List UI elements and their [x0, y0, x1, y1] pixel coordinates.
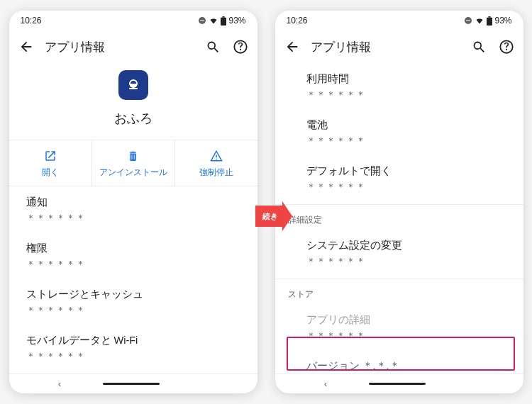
item-title: デフォルトで開く: [306, 164, 506, 178]
open-button[interactable]: 開く: [9, 140, 92, 186]
item-sub: ＊＊＊＊＊＊: [26, 304, 240, 317]
open-icon: [44, 149, 57, 163]
item-title: 通知: [26, 196, 240, 209]
trash-icon: [127, 149, 139, 163]
nav-home-pill[interactable]: [369, 383, 426, 386]
dnd-icon: [198, 16, 206, 25]
phone-left: 10:26 93% アプリ情報: [9, 11, 257, 393]
svg-rect-10: [466, 21, 470, 21]
list-item[interactable]: 通知 ＊＊＊＊＊＊: [9, 186, 257, 232]
svg-rect-12: [489, 16, 491, 18]
svg-rect-2: [221, 17, 226, 25]
continue-arrow: 続き: [255, 206, 282, 227]
svg-rect-11: [487, 17, 492, 25]
force-stop-button[interactable]: 強制停止: [175, 140, 257, 186]
divider: [275, 204, 523, 205]
status-icons: 93%: [464, 16, 511, 26]
item-title: システム設定の変更: [306, 239, 506, 252]
app-bar: アプリ情報: [9, 30, 257, 63]
open-label: 開く: [42, 167, 59, 179]
svg-rect-8: [216, 159, 217, 160]
item-sub: ＊＊＊＊＊＊: [306, 330, 506, 342]
nav-back-icon[interactable]: ‹: [58, 378, 61, 389]
battery-pct: 93%: [228, 16, 245, 26]
battery-pct: 93%: [494, 16, 511, 26]
svg-rect-6: [129, 88, 138, 89]
search-button[interactable]: [471, 38, 488, 55]
list-item[interactable]: アプリの詳細 ＊＊＊＊＊＊: [275, 304, 523, 350]
item-sub: ＊＊＊＊＊＊: [306, 135, 506, 147]
settings-list: 利用時間 ＊＊＊＊＊＊ 電池 ＊＊＊＊＊＊ デフォルトで開く ＊＊＊＊＊＊ 詳細…: [275, 63, 523, 374]
item-title: アプリの詳細: [306, 313, 506, 327]
svg-rect-7: [216, 155, 217, 158]
item-sub: ＊＊＊＊＊＊: [26, 350, 240, 363]
status-bar: 10:26 93%: [9, 11, 257, 30]
app-icon: [118, 70, 148, 100]
status-time: 10:26: [21, 16, 42, 26]
nav-bar: ‹: [275, 374, 523, 393]
nav-bar: ‹: [9, 374, 257, 393]
list-item[interactable]: 権限 ＊＊＊＊＊＊: [9, 232, 257, 279]
divider: [275, 279, 523, 279]
item-sub: ＊＊＊＊＊＊: [306, 89, 506, 101]
list-item[interactable]: ストレージとキャッシュ ＊＊＊＊＊＊: [9, 279, 257, 325]
search-button[interactable]: [205, 38, 222, 55]
section-store: ストア: [275, 282, 523, 304]
back-button[interactable]: [284, 38, 301, 55]
phone-right: 10:26 93% アプリ情報 利用時間: [275, 11, 523, 393]
list-item-version[interactable]: バージョン ＊.＊.＊: [275, 350, 523, 374]
item-title: バージョン ＊.＊.＊: [306, 359, 506, 373]
nav-back-icon[interactable]: ‹: [324, 378, 327, 389]
app-bar-title: アプリ情報: [45, 39, 195, 55]
item-title: モバイルデータと Wi-Fi: [26, 334, 240, 347]
settings-list: 通知 ＊＊＊＊＊＊ 権限 ＊＊＊＊＊＊ ストレージとキャッシュ ＊＊＊＊＊＊ モ…: [9, 186, 257, 374]
back-button[interactable]: [18, 38, 35, 55]
app-header: おふろ: [9, 63, 257, 140]
svg-rect-1: [200, 21, 204, 21]
item-title: ストレージとキャッシュ: [26, 288, 240, 301]
status-bar: 10:26 93%: [275, 11, 523, 30]
item-sub: ＊＊＊＊＊＊: [306, 181, 506, 193]
help-button[interactable]: [498, 38, 515, 55]
section-advanced: 詳細設定: [275, 208, 523, 230]
list-item[interactable]: 利用時間 ＊＊＊＊＊＊: [275, 63, 523, 109]
list-item[interactable]: デフォルトで開く ＊＊＊＊＊＊: [275, 155, 523, 201]
item-sub: ＊＊＊＊＊＊: [26, 258, 240, 271]
list-item[interactable]: モバイルデータと Wi-Fi ＊＊＊＊＊＊: [9, 325, 257, 371]
dnd-icon: [464, 16, 472, 25]
battery-icon: [221, 16, 226, 26]
app-bar: アプリ情報: [275, 30, 523, 63]
action-row: 開く アンインストール 強制停止: [9, 140, 257, 186]
app-bar-title: アプリ情報: [311, 39, 461, 55]
nav-home-pill[interactable]: [103, 383, 160, 386]
status-icons: 93%: [198, 16, 245, 26]
svg-rect-3: [223, 16, 225, 18]
item-title: 電池: [306, 118, 506, 132]
warning-icon: [209, 149, 223, 163]
continue-label: 続き: [262, 211, 278, 222]
item-sub: ＊＊＊＊＊＊: [306, 255, 506, 268]
list-item[interactable]: 電池 ＊＊＊＊＊＊: [275, 109, 523, 155]
item-title: 権限: [26, 242, 240, 255]
force-stop-label: 強制停止: [199, 167, 233, 179]
list-item[interactable]: システム設定の変更 ＊＊＊＊＊＊: [275, 230, 523, 276]
uninstall-button[interactable]: アンインストール: [92, 140, 175, 186]
status-time: 10:26: [287, 16, 308, 26]
battery-icon: [487, 16, 492, 26]
uninstall-label: アンインストール: [99, 167, 167, 179]
wifi-icon: [475, 16, 484, 25]
item-sub: ＊＊＊＊＊＊: [26, 212, 240, 225]
wifi-icon: [209, 16, 218, 25]
item-title: 利用時間: [306, 72, 506, 86]
help-button[interactable]: [232, 38, 249, 55]
app-name: おふろ: [114, 110, 153, 127]
